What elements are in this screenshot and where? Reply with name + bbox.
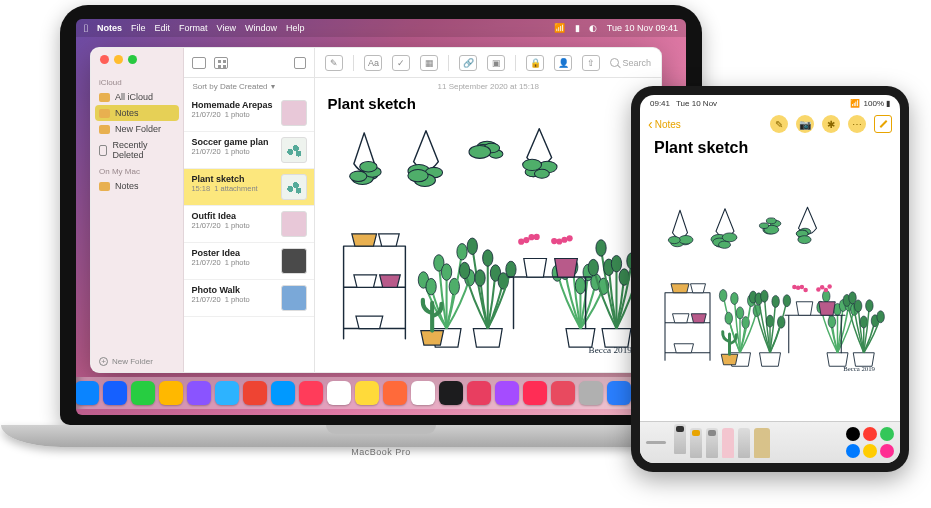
note-list-item[interactable]: Poster Idea 21/07/20 1 photo — [184, 243, 314, 280]
note-sketch-attachment[interactable]: Becca 2019 — [323, 118, 653, 364]
note-list-item[interactable]: Soccer game plan 21/07/20 1 photo — [184, 132, 314, 169]
palette-grip-icon[interactable] — [646, 441, 666, 444]
sidebar-item-label: Notes — [115, 108, 139, 118]
menubar-clock[interactable]: Tue 10 Nov 09:41 — [607, 23, 678, 33]
menubar-item-file[interactable]: File — [131, 23, 146, 33]
svg-point-27 — [460, 262, 470, 278]
dock-app-icon[interactable] — [411, 381, 435, 405]
dock-app-icon[interactable] — [355, 381, 379, 405]
dock-app-icon[interactable] — [439, 381, 463, 405]
more-button[interactable]: ⋯ — [848, 115, 866, 133]
compose-button[interactable] — [874, 115, 892, 133]
ipad-note-title[interactable]: Plant sketch — [640, 137, 900, 161]
dock-app-icon[interactable] — [299, 381, 323, 405]
format-button[interactable]: Aa — [364, 55, 382, 71]
menubar-status-area[interactable]: 📶 ▮ ◐ Tue 10 Nov 09:41 — [547, 23, 678, 33]
sidebar-section-onmymac: On My Mac — [91, 163, 183, 178]
pencil-tool[interactable] — [706, 428, 718, 458]
collaborate-button[interactable]: 👤 — [554, 55, 572, 71]
svg-point-77 — [719, 289, 727, 301]
menubar-item-edit[interactable]: Edit — [155, 23, 171, 33]
svg-point-9 — [408, 170, 428, 182]
dock-app-icon[interactable] — [495, 381, 519, 405]
handwriting-button[interactable]: ✎ — [770, 115, 788, 133]
sort-control[interactable]: Sort by Date Created ▾ — [184, 78, 314, 95]
color-swatch[interactable] — [880, 444, 894, 458]
note-list-item[interactable]: Homemade Arepas 21/07/20 1 photo — [184, 95, 314, 132]
minimize-button[interactable] — [114, 55, 123, 64]
camera-button[interactable]: 📷 — [796, 115, 814, 133]
table-button[interactable]: ▦ — [420, 55, 438, 71]
dock-app-icon[interactable] — [131, 381, 155, 405]
dock-app-icon[interactable] — [103, 381, 127, 405]
eraser-tool[interactable] — [722, 428, 734, 458]
note-list-item[interactable]: Plant sketch 15:18 1 attachment — [184, 169, 314, 206]
markup-button[interactable]: ✱ — [822, 115, 840, 133]
list-view-button[interactable] — [192, 57, 206, 69]
svg-point-61 — [668, 236, 680, 243]
menubar-item-window[interactable]: Window — [245, 23, 277, 33]
sidebar-item-new-folder[interactable]: New Folder — [91, 121, 183, 137]
dock-app-icon[interactable] — [271, 381, 295, 405]
gallery-view-button[interactable] — [214, 57, 228, 69]
menubar-app-name[interactable]: Notes — [97, 23, 122, 33]
svg-point-93 — [828, 316, 836, 328]
color-swatch[interactable] — [846, 427, 860, 441]
folder-icon — [99, 93, 110, 102]
wifi-icon[interactable]: 📶 — [554, 23, 565, 33]
marker-tool[interactable] — [690, 428, 702, 458]
battery-icon[interactable]: ▮ — [575, 23, 580, 33]
checklist-button[interactable]: ✓ — [392, 55, 410, 71]
window-traffic-lights — [91, 48, 137, 64]
sidebar-item-notes[interactable]: Notes — [95, 105, 179, 121]
sidebar-new-folder-button[interactable]: + New Folder — [91, 351, 183, 372]
photos-button[interactable]: ▣ — [487, 55, 505, 71]
sidebar-item-all-icloud[interactable]: All iCloud — [91, 89, 183, 105]
menubar-item-format[interactable]: Format — [179, 23, 208, 33]
new-note-button[interactable]: ✎ — [325, 55, 343, 71]
dock-app-icon[interactable] — [467, 381, 491, 405]
color-swatch[interactable] — [863, 427, 877, 441]
ipad-sketch-canvas[interactable]: Becca 2019 — [650, 163, 890, 415]
dock-app-icon[interactable] — [607, 381, 631, 405]
dock-app-icon[interactable] — [327, 381, 351, 405]
pen-tool[interactable] — [674, 424, 686, 454]
delete-note-button[interactable] — [294, 57, 306, 69]
note-list-item[interactable]: Photo Walk 21/07/20 1 photo — [184, 280, 314, 317]
color-swatch[interactable] — [880, 427, 894, 441]
dock-app-icon[interactable] — [383, 381, 407, 405]
notes-window: iCloud All iCloud Notes New Folder — [90, 47, 662, 373]
sidebar-item-local-notes[interactable]: Notes — [91, 178, 183, 194]
svg-point-79 — [731, 292, 739, 304]
lock-button[interactable]: 🔒 — [526, 55, 544, 71]
dock-app-icon[interactable] — [215, 381, 239, 405]
dock-app-icon[interactable] — [159, 381, 183, 405]
note-title[interactable]: Plant sketch — [315, 95, 661, 116]
sidebar-item-recently-deleted[interactable]: Recently Deleted — [91, 137, 183, 163]
link-button[interactable]: 🔗 — [459, 55, 477, 71]
dock-app-icon[interactable] — [243, 381, 267, 405]
svg-point-13 — [523, 159, 542, 170]
color-swatch[interactable] — [846, 444, 860, 458]
dock-app-icon[interactable] — [76, 381, 99, 405]
share-button[interactable]: ⇧ — [582, 55, 600, 71]
menubar-item-view[interactable]: View — [217, 23, 236, 33]
dock-app-icon[interactable] — [523, 381, 547, 405]
back-button[interactable]: ‹ Notes — [648, 117, 681, 131]
note-list-item[interactable]: Outfit Idea 21/07/20 1 photo — [184, 206, 314, 243]
color-swatch[interactable] — [863, 444, 877, 458]
markup-tool-palette[interactable] — [640, 421, 900, 463]
zoom-button[interactable] — [128, 55, 137, 64]
lasso-tool[interactable] — [738, 428, 750, 458]
search-field[interactable]: Search — [610, 58, 651, 68]
control-center-icon[interactable]: ◐ — [589, 23, 597, 33]
dock-app-icon[interactable] — [551, 381, 575, 405]
menubar-item-help[interactable]: Help — [286, 23, 305, 33]
apple-menu-icon[interactable]:  — [84, 22, 88, 34]
ipad-nav-bar: ‹ Notes ✎ 📷 ✱ ⋯ — [640, 111, 900, 137]
dock-app-icon[interactable] — [579, 381, 603, 405]
dock-app-icon[interactable] — [187, 381, 211, 405]
close-button[interactable] — [100, 55, 109, 64]
svg-point-90 — [783, 295, 791, 307]
ruler-tool[interactable] — [754, 428, 770, 458]
